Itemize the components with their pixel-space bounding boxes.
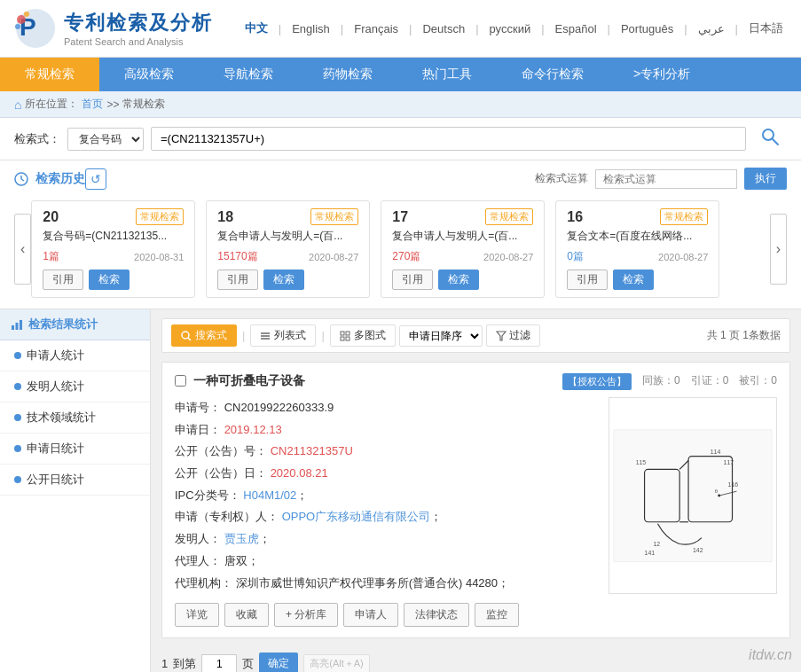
history-refresh-button[interactable]: ↺ [85, 168, 106, 190]
applicant-value[interactable]: OPPO广东移动通信有限公司 [282, 510, 431, 523]
filter-button[interactable]: 过滤 [486, 324, 540, 347]
page-input[interactable] [201, 654, 237, 672]
svg-rect-18 [341, 332, 344, 335]
history-formula-area: 检索式运算 执行 [535, 168, 787, 190]
sidebar-label-appdate: 申请日统计 [27, 441, 84, 457]
pub-num-value[interactable]: CN211321357U [271, 444, 353, 457]
toolbar-left: 搜索式 | 列表式 | [171, 324, 540, 347]
svg-point-2 [17, 15, 26, 24]
card-num-2: 18 [217, 209, 233, 225]
list-view-button[interactable]: 列表式 [250, 324, 316, 347]
inventor-value[interactable]: 贾玉虎 [224, 532, 259, 545]
lang-ru[interactable]: русский [486, 22, 535, 35]
svg-line-6 [773, 139, 778, 145]
history-title-text: 检索历史 [35, 171, 85, 187]
history-card-1: 20 常规检索 复合号码=(CN21132135... 1篇 2020-08-3… [31, 200, 195, 298]
card-num-4: 16 [567, 209, 583, 225]
search-input[interactable] [151, 127, 746, 151]
action-analysis-btn[interactable]: + 分析库 [274, 603, 338, 627]
action-detail-btn[interactable]: 详览 [175, 603, 219, 627]
card-date-2: 2020-08-27 [309, 252, 358, 262]
sidebar-label-tech: 技术领域统计 [27, 410, 96, 426]
svg-rect-11 [16, 323, 19, 330]
svg-rect-21 [346, 337, 349, 340]
grid-view-button[interactable]: 多图式 [330, 324, 396, 347]
card-search-btn-1[interactable]: 检索 [89, 270, 130, 290]
pub-date-value[interactable]: 2020.08.21 [271, 466, 328, 480]
card-search-btn-4[interactable]: 检索 [613, 270, 654, 290]
shortcut-hint: 高亮(Alt＋A) [303, 654, 370, 672]
svg-point-3 [24, 12, 29, 17]
patent-title: 一种可折叠电子设备 [193, 373, 550, 389]
nav-command-search[interactable]: 命令行检索 [497, 58, 609, 91]
nav-regular-search[interactable]: 常规检索 [0, 58, 99, 91]
sidebar-item-inventor[interactable]: 发明人统计 [0, 371, 150, 402]
page-current: 1 [161, 657, 168, 670]
search-icon [760, 127, 780, 146]
svg-text:116: 116 [728, 481, 739, 488]
formula-label: 检索式运算 [535, 171, 588, 186]
app-date-value[interactable]: 2019.12.13 [224, 423, 282, 436]
patent-stat-cite: 引证：0 [691, 373, 729, 388]
page-confirm-button[interactable]: 确定 [259, 652, 298, 672]
history-cards-wrapper: ‹ 20 常规检索 复合号码=(CN21132135... 1篇 2020-08… [14, 197, 787, 301]
chart-icon [11, 318, 23, 331]
nav-drug-search[interactable]: 药物检索 [298, 58, 397, 91]
svg-text:117: 117 [724, 459, 734, 465]
sidebar-item-pubdate[interactable]: 公开日统计 [0, 465, 150, 496]
dot-icon-3 [14, 414, 21, 421]
sidebar-item-tech[interactable]: 技术领域统计 [0, 402, 150, 434]
logo-cn: 专利检索及分析 [64, 10, 213, 36]
sort-select[interactable]: 申请日降序 申请日升序 公开日降序 公开日升序 [399, 325, 483, 347]
action-collect-btn[interactable]: 收藏 [224, 603, 269, 627]
nav-guided-search[interactable]: 导航检索 [199, 58, 298, 91]
svg-point-4 [15, 24, 20, 29]
lang-fr[interactable]: Français [350, 22, 402, 35]
lang-pt[interactable]: Português [617, 22, 677, 35]
card-cite-btn-1[interactable]: 引用 [43, 270, 83, 290]
card-cite-btn-3[interactable]: 引用 [392, 270, 433, 290]
card-date-3: 2020-08-27 [483, 252, 533, 262]
action-monitor-btn[interactable]: 监控 [475, 603, 519, 627]
card-cite-btn-2[interactable]: 引用 [217, 270, 258, 290]
field-app-date: 申请日： 2019.12.13 [175, 419, 598, 441]
search-view-button[interactable]: 搜索式 [171, 324, 237, 347]
sidebar-item-appdate[interactable]: 申请日统计 [0, 434, 150, 465]
lang-de[interactable]: Deutsch [419, 22, 468, 35]
action-applicant-btn[interactable]: 申请人 [343, 603, 398, 627]
search-type-select[interactable]: 复合号码 申请号 公告号 [67, 128, 144, 151]
card-search-btn-2[interactable]: 检索 [263, 270, 304, 290]
action-legal-btn[interactable]: 法律状态 [404, 603, 469, 627]
result-count: 共 1 页 1条数据 [707, 328, 781, 343]
page-unit: 页 [242, 656, 254, 672]
execute-button[interactable]: 执行 [744, 168, 787, 190]
nav-advanced-search[interactable]: 高级检索 [99, 58, 199, 91]
nav-patent-analysis[interactable]: >专利分析 [609, 58, 715, 91]
lang-es[interactable]: Español [552, 22, 601, 35]
lang-en[interactable]: English [288, 22, 334, 35]
card-search-btn-3[interactable]: 检索 [438, 270, 479, 290]
search-button[interactable] [753, 127, 787, 151]
card-count-3: 270篇 [392, 249, 420, 264]
patent-checkbox[interactable] [175, 375, 186, 387]
lang-ar[interactable]: عربي [695, 22, 728, 35]
sidebar: 检索结果统计 申请人统计 发明人统计 技术领域统计 申请日统计 公开日统计 [0, 309, 151, 672]
svg-rect-12 [20, 320, 22, 330]
ipc-value[interactable]: H04M1/02 [243, 488, 296, 502]
svg-text:114: 114 [711, 449, 721, 455]
svg-line-14 [188, 338, 191, 340]
history-next-button[interactable]: › [770, 214, 787, 285]
sidebar-item-applicant[interactable]: 申请人统计 [0, 340, 150, 371]
formula-input[interactable] [595, 169, 737, 189]
breadcrumb-home[interactable]: 首页 [82, 97, 103, 112]
result-toolbar: 搜索式 | 列表式 | [161, 318, 790, 353]
pagination: 1 到第 页 确定 高亮(Alt＋A) [161, 647, 790, 672]
patent-actions: 详览 收藏 + 分析库 申请人 法律状态 监控 [175, 603, 777, 627]
card-cite-btn-4[interactable]: 引用 [567, 270, 608, 290]
nav-hot-tools[interactable]: 热门工具 [397, 58, 497, 91]
history-prev-button[interactable]: ‹ [14, 214, 31, 285]
app-num-value: CN2019922260333.9 [224, 401, 334, 414]
lang-zhcn[interactable]: 中文 [241, 20, 271, 36]
lang-ja[interactable]: 日本語 [745, 20, 787, 36]
home-icon: ⌂ [14, 98, 21, 112]
